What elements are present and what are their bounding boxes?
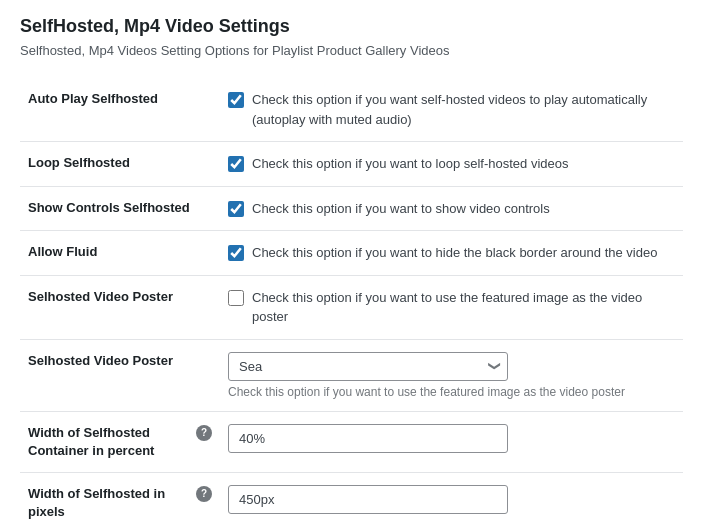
width-percent-input[interactable]	[228, 424, 508, 453]
settings-table: Auto Play SelfhostedCheck this option if…	[20, 78, 683, 524]
checkbox-label: Check this option if you want to loop se…	[252, 154, 569, 174]
checkbox-label: Check this option if you want to show vi…	[252, 199, 550, 219]
table-row: Auto Play SelfhostedCheck this option if…	[20, 78, 683, 142]
field-label: Show Controls Selfhosted	[28, 200, 190, 215]
allow-fluid-checkbox[interactable]	[228, 245, 244, 261]
table-row: Selhosted Video PosterSeaOceanMountainFo…	[20, 339, 683, 411]
select-help-text: Check this option if you want to use the…	[228, 385, 675, 399]
field-label: Width of Selfhosted in pixels	[28, 485, 192, 521]
checkbox-label: Check this option if you want self-hoste…	[252, 90, 675, 129]
field-label: Selhosted Video Poster	[28, 353, 173, 368]
width-pixels-input[interactable]	[228, 485, 508, 514]
table-row: Show Controls SelfhostedCheck this optio…	[20, 186, 683, 231]
checkbox-label: Check this option if you want to hide th…	[252, 243, 657, 263]
help-icon[interactable]: ?	[196, 486, 212, 502]
table-row: Loop SelfhostedCheck this option if you …	[20, 142, 683, 187]
checkbox-label: Check this option if you want to use the…	[252, 288, 675, 327]
help-icon[interactable]: ?	[196, 425, 212, 441]
field-label: Selhosted Video Poster	[28, 289, 173, 304]
show-controls-checkbox[interactable]	[228, 201, 244, 217]
field-label: Loop Selfhosted	[28, 155, 130, 170]
page-title: SelfHosted, Mp4 Video Settings	[20, 16, 683, 37]
table-row: Allow FluidCheck this option if you want…	[20, 231, 683, 276]
field-label: Width of Selfhosted Container in percent	[28, 424, 192, 460]
table-row: Width of Selfhosted Container in percent…	[20, 411, 683, 472]
page-subtitle: Selfhosted, Mp4 Videos Setting Options f…	[20, 43, 683, 58]
table-row: Selhosted Video PosterCheck this option …	[20, 275, 683, 339]
loop-selfhosted-checkbox[interactable]	[228, 156, 244, 172]
video-poster-select-select[interactable]: SeaOceanMountainForest	[228, 352, 508, 381]
settings-page: SelfHosted, Mp4 Video Settings Selfhoste…	[0, 0, 703, 524]
table-row: Width of Selfhosted in pixels?	[20, 472, 683, 524]
field-label: Allow Fluid	[28, 244, 97, 259]
video-poster-check-checkbox[interactable]	[228, 290, 244, 306]
field-label: Auto Play Selfhosted	[28, 91, 158, 106]
auto-play-checkbox[interactable]	[228, 92, 244, 108]
